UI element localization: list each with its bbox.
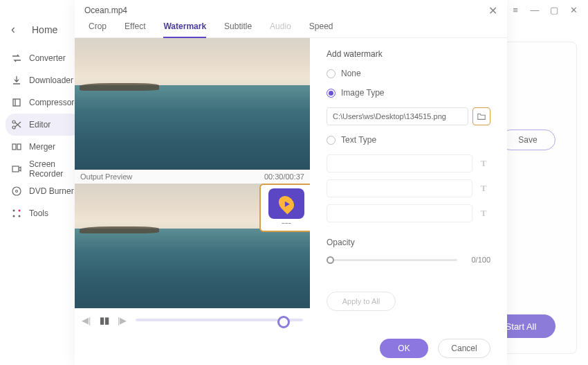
dialog-close-icon[interactable]: ✕ [488,4,497,17]
compress-icon [11,97,22,108]
tab-subtitle[interactable]: Subtitle [224,21,252,38]
window-controls: ≡ — ▢ ✕ [511,0,588,19]
minimize-icon[interactable]: — [530,5,540,15]
close-window-icon[interactable]: ✕ [569,5,578,15]
back-icon[interactable]: ‹ [11,22,28,37]
merge-icon [11,141,22,152]
svg-point-11 [19,215,21,217]
watermark-overlay[interactable]: ~~~ [259,184,310,232]
svg-rect-5 [12,166,19,172]
sidebar-item-label: DVD Burner [29,186,74,196]
page-title: Home [32,24,57,35]
tab-crop[interactable]: Crop [89,21,107,38]
pause-icon[interactable]: ▮▮ [100,315,111,326]
sidebar-item-converter[interactable]: Converter [6,47,80,69]
opacity-label: Opacity [327,238,490,247]
sidebar-item-downloader[interactable]: Downloader [6,69,80,91]
coastline-shape [80,83,160,91]
radio-text-type[interactable]: Text Type [327,135,490,145]
sidebar-item-label: Converter [29,53,66,63]
text-row-2: T [327,179,490,197]
sidebar-item-merger[interactable]: Merger [6,136,80,158]
coastline-shape [80,226,160,234]
maximize-icon[interactable]: ▢ [549,5,559,15]
radio-label: Text Type [341,135,376,145]
player-controls: ◀| ▮▮ |▶ [75,308,310,332]
svg-point-2 [12,126,15,129]
sidebar-item-label: Compressor [29,98,74,107]
image-path-input[interactable]: C:\Users\ws\Desktop\134515.png [327,107,468,125]
sidebar-item-dvd[interactable]: DVD Burner [6,180,80,202]
cancel-button[interactable]: Cancel [438,339,490,358]
progress-slider[interactable] [136,319,303,321]
prev-frame-icon[interactable]: ◀| [82,315,93,326]
tab-speed[interactable]: Speed [309,21,333,38]
sidebar-item-tools[interactable]: Tools [6,202,80,224]
hamburger-icon[interactable]: ≡ [511,5,520,15]
apply-to-all-button[interactable]: Apply to All [327,292,396,311]
preview-column: Output Preview 00:30/00:37 ~~~ ◀| ▮▮ |▶ [75,38,310,332]
font-button[interactable]: T [477,204,490,222]
sidebar-item-compressor[interactable]: Compressor [6,91,80,114]
svg-point-8 [13,210,15,212]
image-path-row: C:\Users\ws\Desktop\134515.png [327,107,490,125]
editor-dialog: Ocean.mp4 ✕ Crop Effect Watermark Subtit… [75,0,507,365]
svg-point-10 [13,215,15,217]
svg-point-9 [19,210,21,212]
dialog-body: Output Preview 00:30/00:37 ~~~ ◀| ▮▮ |▶ [75,38,507,332]
radio-icon [327,89,336,98]
svg-point-6 [12,187,21,195]
tab-effect[interactable]: Effect [125,21,145,38]
text-watermark-input[interactable] [327,179,472,197]
radio-none[interactable]: None [327,69,490,78]
download-icon [11,75,22,86]
radio-icon [327,136,336,145]
next-frame-icon[interactable]: |▶ [118,315,129,326]
svg-rect-3 [12,144,16,150]
output-header: Output Preview 00:30/00:37 [75,170,310,184]
save-button[interactable]: Save [500,130,555,150]
browse-button[interactable] [472,107,490,125]
tab-bar: Crop Effect Watermark Subtitle Audio Spe… [75,21,507,39]
dialog-footer: OK Cancel [75,332,507,365]
radio-icon [327,69,336,78]
output-preview-label: Output Preview [80,172,132,181]
font-button[interactable]: T [477,154,490,172]
slider-thumb[interactable] [327,256,334,264]
scissors-icon [11,119,22,130]
text-row-3: T [327,204,490,222]
sidebar-item-label: Screen Recorder [29,159,75,179]
sidebar-item-editor[interactable]: Editor [6,114,80,136]
sidebar-item-label: Downloader [29,75,73,85]
source-preview[interactable] [75,38,310,170]
svg-point-1 [12,121,15,123]
radio-image-type[interactable]: Image Type [327,88,490,98]
settings-column: Add watermark None Image Type C:\Users\w… [310,38,507,332]
text-watermark-input[interactable] [327,154,472,172]
opacity-slider[interactable] [327,259,457,261]
font-button[interactable]: T [477,179,490,197]
sidebar: Converter Downloader Compressor Editor M… [6,47,80,224]
watermark-brand: ~~~ [268,219,304,227]
ok-button[interactable]: OK [380,339,428,358]
dialog-header: Ocean.mp4 ✕ [75,0,507,21]
radio-label: None [341,69,361,78]
opacity-row: 0/100 [327,256,490,264]
disc-icon [11,186,22,197]
timecode: 00:30/00:37 [264,172,304,181]
sidebar-item-label: Merger [29,142,55,152]
output-preview[interactable]: ~~~ [75,184,310,308]
tab-watermark[interactable]: Watermark [163,21,206,38]
sidebar-item-label: Tools [29,208,48,218]
tab-audio: Audio [270,21,291,38]
text-watermark-input[interactable] [327,204,472,222]
watermark-logo-icon [268,188,304,219]
video-frame [75,38,310,170]
svg-rect-0 [13,99,20,106]
sidebar-item-label: Editor [29,120,50,130]
section-title: Add watermark [327,49,490,59]
text-row-1: T [327,154,490,172]
convert-icon [11,53,22,64]
sidebar-item-recorder[interactable]: Screen Recorder [6,158,80,180]
radio-label: Image Type [341,88,384,98]
